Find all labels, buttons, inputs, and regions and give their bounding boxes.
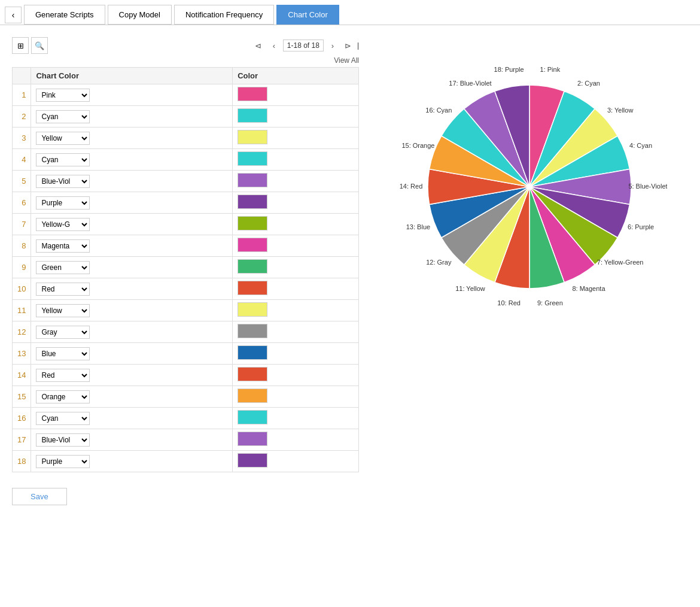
- table-row: 5Blue-Viol: [13, 171, 359, 192]
- color-select[interactable]: Purple: [36, 455, 90, 468]
- table-row: 8Magenta: [13, 235, 359, 257]
- next-page-button[interactable]: ›: [326, 39, 339, 52]
- tab-notification-frequency[interactable]: Notification Frequency: [174, 5, 274, 25]
- row-id: 2: [13, 106, 31, 128]
- pie-chart: 1: Pink2: Cyan3: Yellow4: Cyan5: Blue-Vi…: [392, 49, 667, 324]
- tab-generate-scripts[interactable]: Generate Scripts: [24, 5, 105, 25]
- color-select[interactable]: Red: [36, 369, 90, 382]
- page-range[interactable]: 1-18 of 18: [283, 40, 324, 51]
- row-id: 16: [13, 408, 31, 429]
- pie-label: 14: Red: [400, 183, 423, 190]
- color-select[interactable]: Red: [36, 283, 90, 296]
- color-select[interactable]: Yellow: [36, 132, 90, 145]
- view-all-link[interactable]: View All: [12, 56, 359, 65]
- color-select[interactable]: Blue-Viol: [36, 175, 90, 188]
- color-swatch-cell: [233, 84, 359, 106]
- color-select-cell: Yellow: [31, 300, 233, 321]
- save-area: Save: [0, 488, 700, 505]
- color-swatch: [238, 345, 267, 360]
- color-select-cell: Purple: [31, 451, 233, 472]
- color-swatch-cell: [233, 257, 359, 278]
- color-swatch-cell: [233, 386, 359, 408]
- pie-label: 17: Blue-Violet: [449, 80, 491, 87]
- table-row: 2Cyan: [13, 106, 359, 128]
- tab-chart-color[interactable]: Chart Color: [276, 5, 339, 25]
- right-panel: 1: Pink2: Cyan3: Yellow4: Cyan5: Blue-Vi…: [371, 37, 688, 472]
- save-button[interactable]: Save: [12, 488, 67, 505]
- color-select-cell: Blue-Viol: [31, 171, 233, 192]
- color-select[interactable]: Green: [36, 261, 90, 274]
- back-button[interactable]: ‹: [5, 7, 22, 23]
- color-swatch: [238, 281, 267, 295]
- color-swatch: [238, 216, 267, 230]
- table-row: 16Cyan: [13, 408, 359, 429]
- row-id: 7: [13, 214, 31, 235]
- color-swatch-cell: [233, 300, 359, 321]
- pie-label: 4: Cyan: [629, 142, 652, 149]
- main-content: ⊞ 🔍 ⊲ ‹ 1-18 of 18 › ⊳ | View All Ch: [0, 25, 700, 478]
- color-select[interactable]: Orange: [36, 390, 90, 403]
- color-select[interactable]: Magenta: [36, 239, 90, 253]
- col-color-header: Color: [233, 68, 359, 84]
- table-row: 7Yellow-G: [13, 214, 359, 235]
- grid-icon-button[interactable]: ⊞: [12, 37, 29, 54]
- pie-label: 7: Yellow-Green: [597, 259, 644, 266]
- color-select[interactable]: Purple: [36, 196, 90, 210]
- color-select-cell: Purple: [31, 192, 233, 214]
- color-select[interactable]: Yellow-G: [36, 218, 90, 231]
- search-icon-button[interactable]: 🔍: [31, 37, 48, 54]
- pie-label: 15: Orange: [401, 142, 434, 149]
- row-id: 4: [13, 149, 31, 171]
- color-swatch: [238, 108, 267, 123]
- color-select-cell: Blue: [31, 343, 233, 365]
- tab-copy-model[interactable]: Copy Model: [108, 5, 172, 25]
- color-select[interactable]: Cyan: [36, 110, 90, 123]
- table-row: 10Red: [13, 278, 359, 300]
- color-select-cell: Orange: [31, 386, 233, 408]
- first-page-button[interactable]: ⊲: [252, 39, 265, 52]
- last-page-button[interactable]: ⊳: [342, 39, 355, 52]
- color-select-cell: Red: [31, 365, 233, 386]
- header-tabs: ‹ Generate Scripts Copy Model Notificati…: [0, 0, 700, 25]
- color-select[interactable]: Cyan: [36, 153, 90, 166]
- table-row: 3Yellow: [13, 128, 359, 149]
- pie-label: 1: Pink: [540, 66, 561, 73]
- prev-page-button[interactable]: ‹: [267, 39, 281, 52]
- color-swatch-cell: [233, 214, 359, 235]
- row-id: 10: [13, 278, 31, 300]
- color-swatch-cell: [233, 192, 359, 214]
- color-swatch-cell: [233, 429, 359, 451]
- color-select[interactable]: Cyan: [36, 412, 90, 425]
- color-swatch-cell: [233, 278, 359, 300]
- row-id: 12: [13, 321, 31, 343]
- row-id: 14: [13, 365, 31, 386]
- color-select[interactable]: Yellow: [36, 304, 90, 317]
- pagination: ⊲ ‹ 1-18 of 18 › ⊳ |: [252, 39, 359, 52]
- color-select-cell: Gray: [31, 321, 233, 343]
- table-row: 6Purple: [13, 192, 359, 214]
- pie-label: 11: Yellow: [455, 285, 485, 292]
- pie-label: 12: Gray: [426, 259, 452, 266]
- row-id: 8: [13, 235, 31, 257]
- col-id-header: [13, 68, 31, 84]
- pie-label: 5: Blue-Violet: [628, 183, 667, 190]
- color-swatch: [238, 238, 267, 252]
- color-swatch-cell: [233, 321, 359, 343]
- pie-label: 6: Purple: [628, 223, 654, 230]
- color-swatch: [238, 195, 267, 209]
- color-select-cell: Cyan: [31, 149, 233, 171]
- color-select[interactable]: Blue-Viol: [36, 433, 90, 447]
- color-select-cell: Pink: [31, 84, 233, 106]
- table-row: 4Cyan: [13, 149, 359, 171]
- pie-label: 3: Yellow: [607, 107, 633, 114]
- search-icon: 🔍: [35, 41, 44, 50]
- color-select[interactable]: Pink: [36, 89, 90, 102]
- row-id: 11: [13, 300, 31, 321]
- color-select[interactable]: Gray: [36, 326, 90, 339]
- color-swatch: [238, 367, 267, 381]
- color-select[interactable]: Blue: [36, 347, 90, 360]
- color-swatch-cell: [233, 343, 359, 365]
- color-swatch-cell: [233, 149, 359, 171]
- color-swatch: [238, 432, 267, 446]
- color-swatch: [238, 87, 267, 101]
